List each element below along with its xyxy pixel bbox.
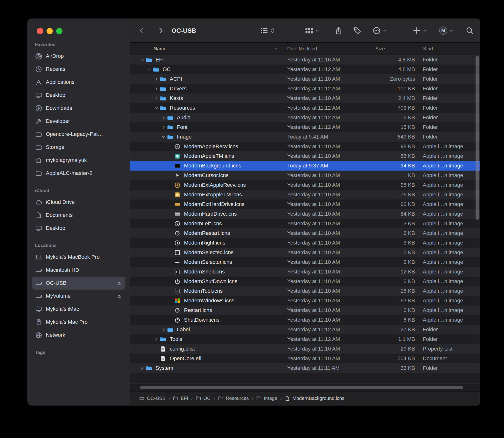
file-row-modernappletm-icns[interactable]: ModernAppleTM.icnsYesterday at 11:10 AM6… [130,151,480,161]
sidebar-item-macintosh-hd[interactable]: Macintosh HD [32,263,126,277]
file-row-modernbackground-icns[interactable]: ModernBackground.icnsToday at 9:37 AM34 … [130,161,480,171]
path-item-oc[interactable]: OC [195,396,210,401]
file-row-modernshutdown-icns[interactable]: ModernShutDown.icnsYesterday at 11:10 AM… [130,277,480,286]
path-item-image[interactable]: Image [256,396,277,401]
sidebar-item-mykola-s-mac-pro[interactable]: Mykola’s Mac Pro [32,316,126,328]
file-row-modernselected-icns[interactable]: ModernSelected.icnsYesterday at 11:10 AM… [130,248,480,257]
disclosure-closed-icon[interactable] [153,96,160,101]
column-header-kind[interactable]: Kind [419,43,480,55]
column-header-name[interactable]: Name [130,43,283,55]
horizontal-scrollbar[interactable] [130,384,480,391]
sidebar-item-downloads[interactable]: Downloads [32,102,126,115]
file-row-moderntool-icns[interactable]: ModernTool.icnsYesterday at 11:10 AM15 K… [130,286,480,296]
file-row-modernshell-icns[interactable]: ModernShell.icnsYesterday at 11:10 AM12 … [130,267,480,277]
file-row-tools[interactable]: ToolsYesterday at 11:12 AM1.1 MBFolder [130,334,480,344]
search-button[interactable] [466,26,474,35]
disclosure-open-icon[interactable] [146,67,153,72]
file-row-font[interactable]: FontYesterday at 11:12 AM15 KBFolder [130,122,480,132]
column-header-size[interactable]: Size [372,43,419,55]
disclosure-open-icon[interactable] [139,58,146,62]
doc-generic-icon [160,355,167,362]
file-row-restart-icns[interactable]: Restart.icnsYesterday at 11:10 AM6 KBApp… [130,306,480,315]
sidebar-item-opencore-legacy-pat[interactable]: Opencore-Legacy-Pat… [32,128,126,141]
file-row-config-plist[interactable]: config.plistYesterday at 11:10 AM29 KBPr… [130,344,480,354]
column-header-date-modified[interactable]: Date Modified [283,43,372,55]
path-item-resources[interactable]: Resources [218,396,249,401]
vertical-scrollbar[interactable] [476,56,479,220]
file-row-opencore-efi[interactable]: OpenCore.efiYesterday at 11:10 AM504 KBD… [130,354,480,363]
sidebar-item-network[interactable]: Network [32,328,126,342]
file-row-modernrestart-icns[interactable]: ModernRestart.icnsYesterday at 11:10 AM6… [130,228,480,238]
file-row-shutdown-icns[interactable]: ShutDown.icnsYesterday at 11:10 AM6 KBAp… [130,315,480,325]
tag-button[interactable] [353,26,361,35]
sidebar-item-icloud-drive[interactable]: iCloud Drive [32,196,126,209]
file-row-label[interactable]: LabelYesterday at 11:12 AM27 KBFolder [130,325,480,334]
file-row-modernright-icns[interactable]: ModernRight.icnsYesterday at 11:10 AM3 K… [130,238,480,248]
file-name: System [156,365,173,371]
sidebar-item-oc-usb[interactable]: OC-USB [32,277,126,290]
file-row-efi[interactable]: EFIYesterday at 11:16 AM4.8 MBFolder [130,55,480,65]
path-item-efi[interactable]: EFI [173,396,188,401]
file-row-system[interactable]: SystemYesterday at 11:11 AM33 KBFolder [130,363,480,373]
close-button[interactable] [37,28,43,34]
group-button[interactable] [305,26,319,35]
file-row-modernharddrive-icns[interactable]: ModernHardDrive.icnsYesterday at 11:10 A… [130,209,480,219]
sidebar-item-mykola-s-macbook-pro[interactable]: Mykola’s MacBook Pro [32,251,126,263]
file-row-modernwindows-icns[interactable]: ModernWindows.icnsYesterday at 11:10 AM6… [130,296,480,306]
forward-button[interactable] [157,27,164,34]
file-row-modernextapplerecv-icns[interactable]: ModernExtAppleRecv.icnsYesterday at 11:1… [130,180,480,190]
disclosure-open-icon[interactable] [153,106,160,110]
file-row-resources[interactable]: ResourcesYesterday at 11:12 AM703 KBFold… [130,103,480,113]
disclosure-open-icon[interactable] [160,135,167,139]
disclosure-closed-icon[interactable] [160,115,167,120]
minimize-button[interactable] [46,28,53,34]
file-row-modernapplerecv-icns[interactable]: ModernAppleRecv.icnsYesterday at 11:10 A… [130,142,480,151]
sidebar-item-mykola-s-imac[interactable]: Mykola’s iMac [32,303,126,316]
sidebar-item-label: Desktop [46,92,65,98]
eject-icon[interactable] [116,293,122,299]
sidebar-item-label: Developer [46,118,70,124]
account-button[interactable]: M [439,26,453,35]
path-item-modernbackground-icns[interactable]: ModernBackground.icns [285,396,344,401]
file-row-modernextappletm-icns[interactable]: ModernExtAppleTM.icnsYesterday at 11:10 … [130,190,480,199]
disclosure-closed-icon[interactable] [153,77,160,81]
file-row-image[interactable]: ImageToday at 9:41 AM649 KBFolder [130,132,480,142]
sidebar-item-applications[interactable]: Applications [32,76,126,89]
zoom-button[interactable] [56,28,62,34]
sidebar-item-desktop[interactable]: Desktop [32,222,126,235]
file-row-oc[interactable]: OCYesterday at 11:12 AM4.8 MBFolder [130,65,480,74]
more-actions-button[interactable] [373,26,387,35]
sidebar-item-recents[interactable]: Recents [32,63,126,76]
view-mode-button[interactable] [260,26,275,35]
sidebar-item-storage[interactable]: Storage [32,141,126,154]
path-item-oc-usb[interactable]: OC-USB [139,396,166,401]
back-button[interactable] [138,27,145,34]
sidebar-item-documents[interactable]: Documents [32,209,126,222]
sidebar-item-desktop[interactable]: Desktop [32,89,126,102]
file-row-modernleft-icns[interactable]: ModernLeft.icnsYesterday at 11:10 AM3 KB… [130,219,480,228]
disclosure-closed-icon[interactable] [139,366,146,371]
file-row-audio[interactable]: AudioYesterday at 11:12 AM6 KBFolder [130,113,480,122]
file-row-modernextharddrive-icns[interactable]: ModernExtHardDrive.icnsYesterday at 11:1… [130,199,480,209]
file-row-acpi[interactable]: ACPIYesterday at 11:10 AMZero bytesFolde… [130,74,480,84]
file-row-drivers[interactable]: DriversYesterday at 11:12 AM100 KBFolder [130,84,480,93]
file-size: 95 KB [372,182,418,188]
file-row-kexts[interactable]: KextsYesterday at 11:10 AM2.4 MBFolder [130,93,480,103]
sidebar-item-myvolume[interactable]: MyVolume [32,290,126,303]
disclosure-closed-icon[interactable] [160,328,167,332]
horizontal-scrollbar-thumb[interactable] [140,386,463,389]
disclosure-closed-icon[interactable] [160,125,167,130]
share-button[interactable] [334,26,343,35]
disclosure-closed-icon[interactable] [153,87,160,91]
disclosure-closed-icon[interactable] [153,337,160,342]
file-row-modernselector-icns[interactable]: ModernSelector.icnsYesterday at 11:10 AM… [130,257,480,267]
sidebar-item-mykolagrymalyuk[interactable]: mykolagrymalyuk [32,154,126,167]
sidebar-item-applealc-master-2[interactable]: AppleALC-master-2 [32,167,126,180]
sidebar-item-developer[interactable]: Developer [32,115,126,128]
file-size: 2.4 MB [372,95,418,101]
eject-icon[interactable] [116,280,122,286]
sidebar-item-airdrop[interactable]: AirDrop [32,50,126,63]
add-button[interactable] [412,26,427,35]
file-kind: Apple i…n image [418,288,480,294]
file-row-moderncursor-icns[interactable]: ModernCursor.icnsYesterday at 11:10 AM1 … [130,171,480,180]
